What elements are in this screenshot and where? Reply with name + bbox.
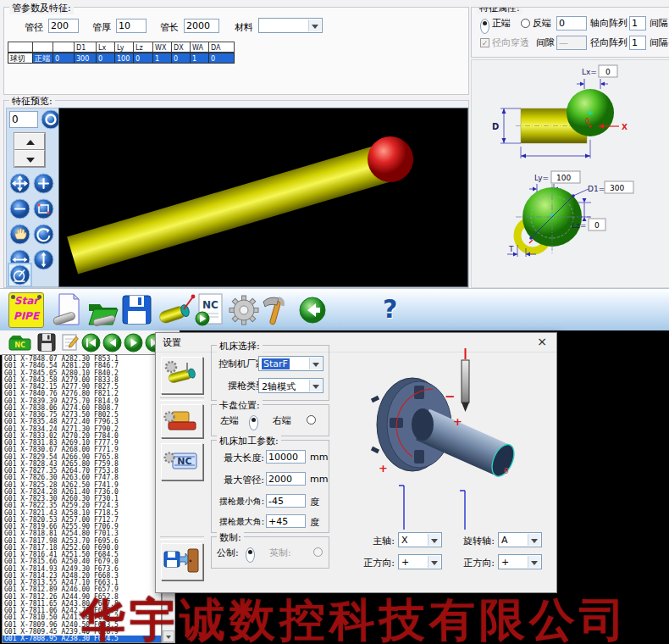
vendor-select[interactable]: StarF xyxy=(258,356,323,371)
feature-table-row[interactable]: 球切口 正端 0 300 0 100 0 1 0 1 0 xyxy=(8,53,235,64)
pan-view-button[interactable] xyxy=(9,173,30,194)
rotary-label: 旋转轴: xyxy=(457,535,495,547)
th xyxy=(8,42,33,53)
preview-viewport[interactable] xyxy=(58,108,468,287)
save-button[interactable] xyxy=(121,293,153,327)
chevron-down-icon[interactable] xyxy=(428,534,440,546)
material-select[interactable] xyxy=(258,18,323,33)
nc-export-button[interactable]: NC xyxy=(194,292,226,328)
step-up-button[interactable] xyxy=(14,133,45,150)
settings-button[interactable] xyxy=(227,293,261,327)
tools-button[interactable] xyxy=(259,292,290,328)
back-end-radio[interactable] xyxy=(521,19,530,28)
machine-config-button[interactable] xyxy=(161,404,203,438)
save-exit-button[interactable] xyxy=(161,543,203,580)
dir1-select[interactable]: + xyxy=(398,554,442,569)
open-file-button[interactable] xyxy=(86,294,120,328)
radial-array-input[interactable] xyxy=(629,36,646,50)
axial-array-input[interactable] xyxy=(629,16,646,31)
spindle-select[interactable]: X xyxy=(398,532,442,547)
max-length-input[interactable] xyxy=(266,450,306,464)
open-nc-button[interactable]: NC xyxy=(8,333,32,352)
zoom-in-button[interactable] xyxy=(33,173,54,194)
gear-icon xyxy=(227,293,261,327)
front-end-radio[interactable] xyxy=(480,19,489,34)
dir2-value: + xyxy=(501,557,509,568)
offset-input[interactable] xyxy=(556,16,587,31)
th-wx: WX xyxy=(153,42,172,53)
chuck-position-group: 卡盘位置: 左端 右端 xyxy=(211,404,329,436)
pipe-diameter-input[interactable] xyxy=(48,19,79,33)
flip-vertical-button[interactable] xyxy=(33,249,54,270)
cell-feature-type: 球切口 xyxy=(8,53,33,64)
chevron-down-icon[interactable] xyxy=(528,534,540,546)
nc-badge-icon: NC xyxy=(162,444,201,478)
min-angle-input[interactable] xyxy=(266,494,306,508)
max-angle-input[interactable] xyxy=(266,514,306,528)
pipe-feature-button[interactable] xyxy=(158,293,196,329)
gap2-input xyxy=(556,36,587,50)
zoom-window-button[interactable] xyxy=(33,198,54,219)
th-lx: Lx xyxy=(97,42,115,53)
pipe-thickness-input[interactable] xyxy=(116,19,147,33)
new-file-button[interactable] xyxy=(53,292,85,328)
max-diameter-input[interactable] xyxy=(266,472,306,486)
machine-icon xyxy=(162,405,201,436)
dir1-label: 正方向: xyxy=(357,557,395,569)
cell-da: 0 xyxy=(209,53,235,64)
save-gcode-button[interactable] xyxy=(37,333,56,352)
pipe-params-panel: 管参数及特征: 管径 管厚 管长 材料 D1 Lx Ly Lz WX DX WA xyxy=(3,7,469,95)
dir2-select[interactable]: + xyxy=(498,554,542,569)
rotate-3d-button[interactable] xyxy=(33,224,54,245)
gun-type-value: 2轴模式 xyxy=(262,380,296,393)
lx-dim-arrows xyxy=(580,82,605,86)
cell: 0 xyxy=(53,53,75,64)
pipe-diameter-label: 管径 xyxy=(25,21,43,34)
chevron-down-icon[interactable] xyxy=(428,556,440,568)
cell-ly: 100 xyxy=(115,53,134,64)
chuck-right-radio[interactable] xyxy=(307,415,316,425)
main-toolbar: Star PIPE NC xyxy=(0,288,669,332)
datum-view-button[interactable] xyxy=(9,264,30,286)
pipe-length-input[interactable] xyxy=(184,19,219,33)
gun-type-select[interactable]: 2轴模式 xyxy=(258,378,323,393)
pan-hand-button[interactable] xyxy=(9,224,30,245)
metric-radio[interactable] xyxy=(246,547,255,563)
chevron-down-icon[interactable] xyxy=(309,358,322,369)
radial-penetrate-checkbox[interactable]: ✓ xyxy=(480,38,489,47)
machine-page-button[interactable] xyxy=(161,357,203,394)
sim-first-button[interactable] xyxy=(81,333,101,353)
machining-params-group: 机床加工参数: 最大长度: mm 最大管径: mm 摆枪最小角: 度 摆枪最大角… xyxy=(211,440,329,533)
back-button[interactable] xyxy=(298,296,327,325)
th-d1: D1 xyxy=(75,42,97,53)
edit-gcode-button[interactable] xyxy=(61,333,81,352)
application-window: 管参数及特征: 管径 管厚 管长 材料 D1 Lx Ly Lz WX DX WA xyxy=(0,0,669,644)
sim-prev-button[interactable] xyxy=(102,333,122,353)
dir1-value: + xyxy=(401,557,409,568)
gap-label: 间隔 xyxy=(650,17,668,30)
t-label: T xyxy=(508,245,514,253)
chevron-down-icon[interactable] xyxy=(309,380,322,391)
feature-table-header: D1 Lx Ly Lz WX DX WA DA xyxy=(8,42,235,53)
imperial-radio[interactable] xyxy=(313,547,323,557)
step-down-button[interactable] xyxy=(14,150,45,167)
chevron-down-icon[interactable] xyxy=(308,19,321,31)
zoom-out-button[interactable] xyxy=(9,198,30,219)
nc-config-button[interactable]: NC xyxy=(161,443,203,480)
chevron-down-icon[interactable] xyxy=(528,556,540,568)
plus-mark-1: + xyxy=(453,415,462,428)
help-button[interactable]: ? xyxy=(383,294,397,324)
rotation-angle-input[interactable] xyxy=(9,111,38,128)
lz-value: 0 xyxy=(594,221,600,230)
rotary-select[interactable]: A xyxy=(498,532,542,547)
angle-stepper[interactable] xyxy=(14,132,46,168)
separator xyxy=(160,536,204,540)
chuck-left-radio[interactable] xyxy=(249,415,258,430)
plus-mark-2: + xyxy=(379,462,388,475)
preview-controls-strip xyxy=(6,108,59,287)
pipe-gear-icon xyxy=(162,358,201,391)
machine-group-title: 机床选择: xyxy=(217,340,263,353)
chuck-left-label: 左端 xyxy=(220,414,239,427)
theta-mark: θ xyxy=(504,467,509,475)
sim-play-button[interactable] xyxy=(124,333,143,353)
